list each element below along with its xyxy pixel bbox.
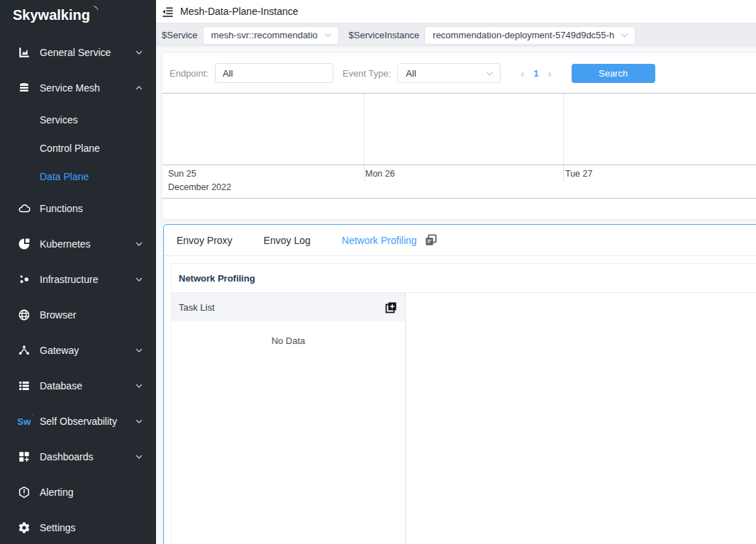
gear-icon bbox=[18, 521, 30, 534]
next-page-icon[interactable]: › bbox=[541, 67, 559, 79]
widget-body: Task List No Data bbox=[172, 293, 756, 544]
timeline-day-labels: Sun 25 Mon 26 Tue 27 bbox=[162, 165, 756, 182]
sidebar-item-kubernetes[interactable]: Kubernetes bbox=[0, 226, 156, 262]
timeline-gridline bbox=[364, 165, 365, 182]
sidebar-item-self-observability[interactable]: Sw Self Observability bbox=[0, 404, 156, 439]
timeline-month-label: December 2022 bbox=[162, 182, 756, 198]
service-select-value: mesh-svr::recommendation bbox=[211, 30, 318, 40]
timeline-day: Mon 26 bbox=[365, 169, 395, 179]
chevron-down-icon bbox=[135, 48, 143, 57]
sw-icon: Sw bbox=[18, 415, 30, 428]
sidebar-item-label: Gateway bbox=[40, 345, 79, 356]
sidebar-item-general-service[interactable]: General Service bbox=[0, 35, 156, 70]
sidebar-item-label: Service Mesh bbox=[40, 82, 100, 94]
chart-icon bbox=[18, 46, 30, 59]
sidebar-item-control-plane[interactable]: Control Plane bbox=[0, 134, 156, 162]
sidebar-item-gateway[interactable]: Gateway bbox=[0, 333, 156, 368]
sidebar-item-label: Browser bbox=[40, 309, 76, 321]
instance-tabs-card: Envoy Proxy Envoy Log Network Profiling … bbox=[163, 224, 756, 544]
cloud-icon bbox=[18, 202, 30, 215]
sidebar-item-label: Settings bbox=[40, 522, 76, 533]
endpoint-label: Endpoint: bbox=[169, 68, 209, 79]
sidebar-item-database[interactable]: Database bbox=[0, 368, 156, 404]
event-type-select[interactable]: All bbox=[397, 63, 501, 83]
sidebar-item-label: Infrastructure bbox=[40, 274, 98, 285]
sidebar-item-label: Alerting bbox=[40, 487, 73, 498]
service-instance-label: $ServiceInstance bbox=[349, 30, 420, 40]
page-title: Mesh-Data-Plane-Instance bbox=[180, 6, 299, 17]
service-instance-select[interactable]: recommendation-deployment-5749d9dc55-hjl… bbox=[424, 26, 635, 45]
sidebar-item-functions[interactable]: Functions bbox=[0, 191, 156, 226]
endpoint-input[interactable] bbox=[215, 63, 333, 83]
chevron-down-icon bbox=[620, 30, 629, 40]
chevron-up-icon bbox=[135, 84, 143, 92]
pagination: ‹ 1 › bbox=[513, 67, 558, 79]
task-list-label: Task List bbox=[179, 302, 215, 313]
task-list-header: Task List bbox=[172, 293, 405, 321]
tab-network-profiling[interactable]: Network Profiling bbox=[342, 235, 417, 246]
service-select[interactable]: mesh-svr::recommendation bbox=[203, 26, 339, 45]
sidebar-item-label: Functions bbox=[40, 203, 83, 214]
events-card-footer bbox=[162, 199, 756, 219]
database-icon bbox=[18, 379, 30, 392]
event-timeline: Sun 25 Mon 26 Tue 27 December 2022 bbox=[162, 93, 756, 199]
app-root: Skywalking General Service Service Mesh … bbox=[0, 0, 756, 544]
sidebar: Skywalking General Service Service Mesh … bbox=[0, 0, 156, 544]
chevron-down-icon bbox=[135, 453, 143, 461]
chevron-down-icon bbox=[485, 69, 494, 78]
fold-menu-icon[interactable] bbox=[162, 6, 174, 18]
timeline-gridline bbox=[563, 94, 564, 165]
sidebar-item-settings[interactable]: Settings bbox=[0, 510, 156, 544]
network-profiling-widget: Network Profiling Task List No Data bbox=[171, 263, 756, 544]
selector-bar: $Service mesh-svr::recommendation $Servi… bbox=[156, 23, 756, 47]
sidebar-item-browser[interactable]: Browser bbox=[0, 297, 156, 333]
chevron-down-icon bbox=[135, 240, 143, 248]
widget-title: Network Profiling bbox=[172, 264, 756, 293]
sidebar-item-services[interactable]: Services bbox=[0, 106, 156, 134]
sidebar-item-label: Kubernetes bbox=[40, 238, 91, 250]
sidebar-item-label: Database bbox=[40, 380, 82, 392]
gateway-icon bbox=[18, 344, 30, 357]
timeline-gridline bbox=[563, 165, 564, 182]
chevron-down-icon bbox=[135, 382, 143, 390]
content-area: Endpoint: Event Type: All ‹ 1 › Search bbox=[156, 47, 756, 544]
timeline-gridline bbox=[364, 94, 365, 165]
sidebar-item-dashboards[interactable]: Dashboards bbox=[0, 439, 156, 474]
sidebar-item-label: General Service bbox=[40, 47, 111, 58]
sidebar-item-service-mesh[interactable]: Service Mesh bbox=[0, 70, 156, 106]
main-area: Mesh-Data-Plane-Instance $Service mesh-s… bbox=[156, 0, 756, 544]
chevron-down-icon bbox=[323, 30, 333, 40]
service-label: $Service bbox=[162, 30, 198, 40]
alert-hexagon-icon bbox=[18, 486, 30, 499]
copy-icon[interactable] bbox=[424, 233, 438, 247]
search-button[interactable]: Search bbox=[572, 64, 655, 83]
dots-icon bbox=[18, 273, 30, 286]
event-search-row: Endpoint: Event Type: All ‹ 1 › Search bbox=[162, 53, 756, 93]
add-task-icon[interactable] bbox=[384, 301, 398, 314]
events-card: Endpoint: Event Type: All ‹ 1 › Search bbox=[162, 52, 756, 220]
sidebar-item-alerting[interactable]: Alerting bbox=[0, 474, 156, 510]
task-detail-area bbox=[406, 293, 756, 544]
crescent-moon-icon bbox=[89, 6, 99, 16]
task-list-panel: Task List No Data bbox=[172, 293, 406, 544]
sidebar-item-label: Self Observability bbox=[40, 416, 117, 427]
page-header: Mesh-Data-Plane-Instance bbox=[156, 0, 756, 23]
skywalking-logo[interactable]: Skywalking bbox=[0, 0, 156, 35]
sidebar-item-infrastructure[interactable]: Infrastructure bbox=[0, 262, 156, 297]
tab-envoy-proxy[interactable]: Envoy Proxy bbox=[177, 235, 233, 246]
timeline-day: Tue 27 bbox=[565, 169, 592, 179]
chevron-down-icon bbox=[135, 275, 143, 284]
prev-page-icon[interactable]: ‹ bbox=[513, 67, 531, 79]
timeline-grid[interactable] bbox=[162, 94, 756, 165]
service-instance-select-value: recommendation-deployment-5749d9dc55-hjl… bbox=[433, 30, 614, 40]
tab-envoy-log[interactable]: Envoy Log bbox=[264, 235, 311, 246]
event-type-label: Event Type: bbox=[343, 68, 391, 79]
sidebar-item-label: Dashboards bbox=[40, 451, 94, 462]
globe-icon bbox=[18, 309, 30, 321]
dashboards-icon bbox=[18, 450, 30, 463]
current-page: 1 bbox=[531, 68, 540, 79]
logo-text: Skywalking bbox=[13, 7, 90, 23]
event-type-select-value: All bbox=[406, 68, 479, 79]
sidebar-item-data-plane[interactable]: Data Plane bbox=[0, 162, 156, 191]
chevron-down-icon bbox=[135, 346, 143, 355]
